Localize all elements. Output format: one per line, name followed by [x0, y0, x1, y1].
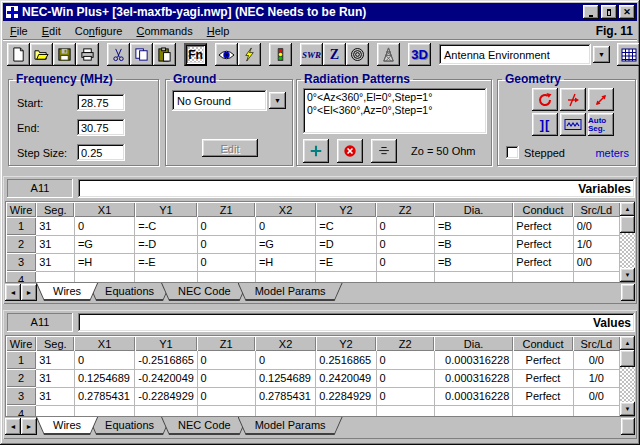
spreadsheet-button[interactable]	[617, 43, 640, 66]
autoseg-button[interactable]: Auto Seg.	[588, 113, 614, 136]
cell[interactable]: Perfect	[513, 369, 573, 387]
cell[interactable]: =H	[255, 253, 315, 271]
cell[interactable]: =E	[316, 253, 376, 271]
tab-wires[interactable]: Wires	[36, 417, 98, 435]
cell[interactable]: 0	[197, 387, 255, 405]
column-header[interactable]: Dia.	[434, 202, 512, 217]
cell[interactable]	[255, 271, 315, 282]
cell-reference-box[interactable]: A11	[7, 313, 73, 332]
cell[interactable]: 0	[74, 351, 134, 369]
column-header[interactable]: Z1	[197, 202, 255, 217]
cell[interactable]	[135, 405, 197, 416]
cell[interactable]: 0	[197, 217, 255, 235]
cell[interactable]: 0	[376, 351, 434, 369]
row-header[interactable]: 4	[6, 405, 36, 416]
tab-model-params[interactable]: Model Params	[238, 417, 343, 435]
cell[interactable]: 31	[36, 387, 74, 405]
scroll-up-button[interactable]: ▲	[620, 336, 635, 350]
cell[interactable]: =G	[74, 235, 134, 253]
cell[interactable]: 0.000316228	[434, 351, 512, 369]
cell-reference-box[interactable]: A11	[7, 179, 73, 198]
menu-item-edit[interactable]: Edit	[35, 24, 68, 38]
cell[interactable]	[376, 405, 434, 416]
cell[interactable]: 0	[376, 387, 434, 405]
edit-ground-button[interactable]: Edit	[202, 139, 258, 157]
column-header[interactable]: X1	[74, 336, 134, 351]
cell[interactable]: 0	[376, 253, 434, 271]
start-frequency-input[interactable]	[77, 94, 125, 111]
cell[interactable]: 0.2785431	[74, 387, 134, 405]
cell[interactable]	[573, 271, 619, 282]
cell[interactable]: 31	[36, 351, 74, 369]
row-header[interactable]: 3	[6, 387, 36, 405]
column-header[interactable]: Conduct	[513, 202, 573, 217]
scroll-down-button[interactable]: ▼	[620, 402, 635, 416]
end-frequency-input[interactable]	[77, 119, 125, 136]
vertical-scrollbar[interactable]: ▲ ▼	[620, 202, 635, 282]
center-pattern-button[interactable]	[371, 139, 397, 163]
column-header[interactable]: Seg.	[36, 336, 74, 351]
column-header[interactable]: X2	[255, 336, 315, 351]
cell[interactable]: =B	[434, 217, 512, 235]
add-pattern-button[interactable]	[303, 139, 329, 163]
swr-button[interactable]: SWR	[300, 43, 323, 66]
cell[interactable]: 0/0	[573, 217, 619, 235]
status-button[interactable]	[269, 43, 292, 66]
print-button[interactable]	[76, 43, 99, 66]
close-button[interactable]: ✕	[619, 5, 635, 19]
cell[interactable]: 0	[255, 217, 315, 235]
cell[interactable]: =B	[434, 235, 512, 253]
cell[interactable]: 0/0	[573, 351, 619, 369]
cell[interactable]: 0	[376, 217, 434, 235]
column-header[interactable]: X1	[74, 202, 134, 217]
formula-bar[interactable]: Values	[78, 313, 635, 332]
cell[interactable]: 1/0	[573, 235, 619, 253]
cell[interactable]	[36, 271, 74, 282]
stepped-checkbox[interactable]	[506, 146, 519, 159]
cell[interactable]	[573, 405, 619, 416]
cell[interactable]: Perfect	[513, 351, 573, 369]
cell[interactable]	[255, 405, 315, 416]
cell[interactable]: Perfect	[513, 235, 573, 253]
save-button[interactable]	[53, 43, 76, 66]
cell[interactable]	[376, 271, 434, 282]
cell[interactable]: Perfect	[513, 217, 573, 235]
dropdown-arrow-button[interactable]: ▼	[593, 46, 610, 63]
cell[interactable]: 31	[36, 217, 74, 235]
cell[interactable]: -0.2284929	[135, 387, 197, 405]
cell[interactable]	[197, 405, 255, 416]
step-size-input[interactable]	[77, 144, 125, 161]
paste-button[interactable]	[153, 43, 176, 66]
cell[interactable]	[135, 271, 197, 282]
formula-bar[interactable]: Variables	[78, 179, 635, 198]
maximize-button[interactable]	[601, 5, 617, 19]
column-header[interactable]: Y2	[316, 202, 376, 217]
cell[interactable]: 0.2284929	[316, 387, 376, 405]
scroll-down-button[interactable]: ▼	[620, 268, 635, 282]
tab-nec-code[interactable]: NEC Code	[161, 283, 248, 301]
view-button[interactable]	[215, 43, 238, 66]
cell[interactable]: 0.2420049	[316, 369, 376, 387]
column-header[interactable]: X2	[255, 202, 315, 217]
scale-button[interactable]	[588, 88, 614, 111]
menu-item-file[interactable]: File	[3, 24, 35, 38]
row-header[interactable]: 3	[6, 253, 36, 271]
cell[interactable]: 0	[197, 235, 255, 253]
tab-scroll-left-button[interactable]: ◄	[5, 284, 21, 301]
menu-item-commands[interactable]: Commands	[129, 24, 199, 38]
cell[interactable]: -0.2420049	[135, 369, 197, 387]
cell[interactable]: 31	[36, 253, 74, 271]
wave-button[interactable]	[560, 113, 586, 136]
new-button[interactable]	[7, 43, 30, 66]
environment-dropdown[interactable]: Antenna Environment ▼	[439, 44, 612, 65]
column-header[interactable]: Z2	[376, 202, 434, 217]
row-header[interactable]: 1	[6, 351, 36, 369]
cell[interactable]: -0.2516865	[135, 351, 197, 369]
cell[interactable]	[74, 271, 134, 282]
cell[interactable]: 0	[197, 369, 255, 387]
ground-dropdown-arrow[interactable]: ▼	[269, 92, 286, 109]
cell[interactable]: =-D	[135, 235, 197, 253]
cell[interactable]: Perfect	[513, 387, 573, 405]
tab-equations[interactable]: Equations	[88, 283, 171, 301]
copy-button[interactable]	[130, 43, 153, 66]
